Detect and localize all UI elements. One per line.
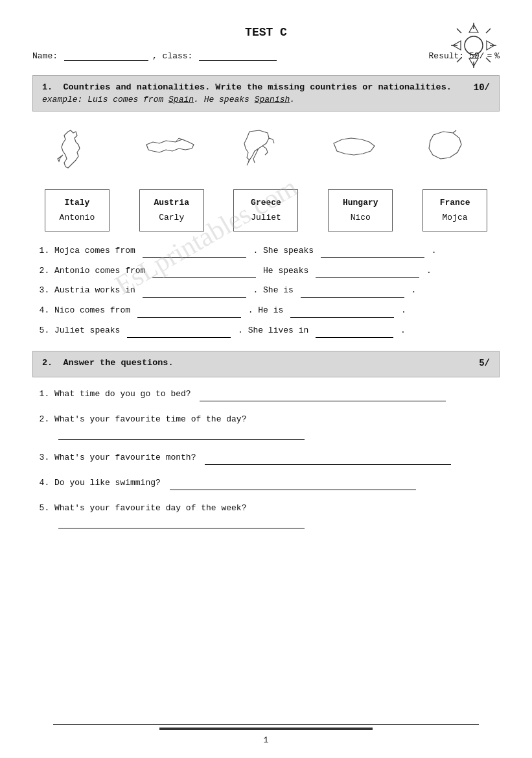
class-label: , class: <box>152 51 192 61</box>
section1-content: 1. Countries and nationalities. Write th… <box>42 82 467 104</box>
answer-questions: What time do you go to bed? What's your … <box>32 388 500 529</box>
card-italy: Italy Antonio <box>45 189 110 231</box>
card-austria-person: Carly <box>149 210 194 225</box>
card-austria: Austria Carly <box>139 189 204 231</box>
card-greece-person: Juliet <box>243 210 288 225</box>
answer-q3: What's your favourite month? <box>54 451 500 465</box>
fill-q5-field2[interactable] <box>316 329 393 338</box>
fill-q3: Austria works in . She is . <box>54 284 500 298</box>
section2-box: 2. Answer the questions. 5/ <box>32 351 500 377</box>
fill-q5: Juliet speaks . She lives in . <box>54 324 500 338</box>
fill-q4: Nico comes from . He is . <box>54 304 500 318</box>
answer-q2: What's your favourite time of the day? <box>54 413 500 440</box>
answer-q5: What's your favourite day of the week? <box>54 502 500 529</box>
section1-box: 1. Countries and nationalities. Write th… <box>32 75 500 112</box>
fill-q2: Antonio comes from He speaks . <box>54 265 500 278</box>
svg-line-4 <box>457 29 461 33</box>
sun-icon <box>448 19 500 71</box>
section2-content: 2. Answer the questions. <box>42 358 472 370</box>
fill-q5-field1[interactable] <box>127 329 231 338</box>
class-field[interactable] <box>199 51 277 61</box>
page-title: TEST C <box>32 19 500 39</box>
page-number: 1 <box>264 735 269 745</box>
footer-line-thick <box>159 728 372 730</box>
fill-q3-field1[interactable] <box>143 289 246 298</box>
name-label: Name: <box>32 51 58 61</box>
svg-line-7 <box>457 58 461 62</box>
fill-q1-field2[interactable] <box>321 249 424 258</box>
hungary-map <box>321 122 399 180</box>
card-greece-country: Greece <box>243 195 288 210</box>
country-cards: Italy Antonio Austria Carly Greece Julie… <box>32 189 500 231</box>
header: TEST C <box>32 19 500 39</box>
card-france-country: France <box>432 195 478 210</box>
card-italy-person: Antonio <box>54 210 100 225</box>
fill-q3-field2[interactable] <box>301 289 404 298</box>
example-label: example: <box>42 95 82 104</box>
maps-row <box>32 122 500 180</box>
section1-score: 10/ <box>474 82 490 93</box>
fill-q4-field1[interactable] <box>137 309 241 318</box>
svg-line-6 <box>486 29 491 33</box>
card-france: France Mojca <box>422 189 487 231</box>
card-hungary: Hungary Nico <box>328 189 393 231</box>
greece-map <box>227 122 305 180</box>
card-france-person: Mojca <box>432 210 478 225</box>
france-map <box>414 122 492 180</box>
answer-q4-field[interactable] <box>170 481 416 490</box>
fill-q2-field2[interactable] <box>316 268 419 278</box>
fill-questions: Mojca comes from . She speaks . Antonio … <box>32 244 500 338</box>
footer: 1 <box>0 724 532 745</box>
fill-q1-field1[interactable] <box>143 249 246 258</box>
section2-score: 5/ <box>479 358 490 368</box>
fill-q4-field2[interactable] <box>290 309 394 318</box>
section2-title: 2. Answer the questions. <box>42 358 472 368</box>
austria-map <box>133 122 211 180</box>
footer-line-thin <box>53 724 479 725</box>
name-class-line: Name: , class: Result: 50/ = % <box>32 51 500 61</box>
svg-point-12 <box>465 36 483 54</box>
answer-q1: What time do you go to bed? <box>54 388 500 401</box>
svg-line-5 <box>486 58 491 62</box>
fill-q2-field1[interactable] <box>152 268 256 278</box>
italy-map <box>40 122 118 180</box>
card-italy-country: Italy <box>54 195 100 210</box>
name-field[interactable] <box>64 51 148 61</box>
card-hungary-country: Hungary <box>338 195 383 210</box>
answer-q3-field[interactable] <box>205 456 451 465</box>
section1-example: example: Luis comes from Spain. He speak… <box>42 95 467 104</box>
card-hungary-person: Nico <box>338 210 383 225</box>
fill-q1: Mojca comes from . She speaks . <box>54 244 500 258</box>
answer-q2-field[interactable] <box>58 431 305 440</box>
card-austria-country: Austria <box>149 195 194 210</box>
card-greece: Greece Juliet <box>233 189 298 231</box>
answer-q1-field[interactable] <box>200 392 446 401</box>
answer-q4: Do you like swimming? <box>54 477 500 490</box>
answer-q5-field[interactable] <box>58 519 305 528</box>
section1-title: 1. Countries and nationalities. Write th… <box>42 82 467 92</box>
